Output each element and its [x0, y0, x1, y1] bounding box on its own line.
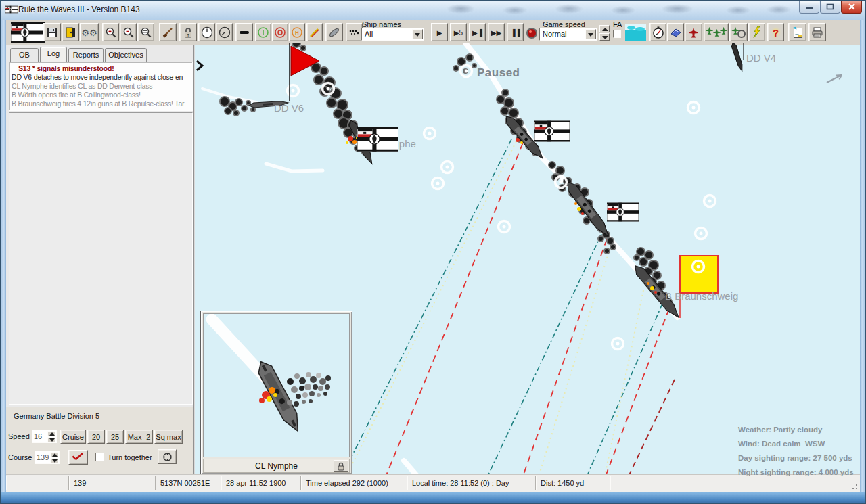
clock-toggle-button[interactable] [198, 23, 215, 41]
minimize-icon [805, 4, 813, 9]
save-icon [47, 27, 58, 38]
weather-view-icon[interactable] [625, 24, 646, 41]
division-control-panel: Germany Battle Division 5 Speed Cruise 2… [6, 407, 195, 474]
set-course-button[interactable] [68, 450, 88, 465]
game-speed-spinner[interactable] [599, 25, 610, 41]
fast-forward-button[interactable]: ▶▶ [488, 23, 505, 41]
wind-line: Wind: Dead calm WSW [738, 437, 854, 451]
tab-log[interactable]: Log [40, 47, 67, 62]
night-sighting-line: Night sighting range: 4 000 yds [738, 465, 854, 480]
german-ensign-flag [357, 127, 398, 152]
course-arrow-icon [72, 452, 85, 461]
tab-objectives[interactable]: Objectives [105, 48, 147, 62]
log-line: CL Nymphe identifies CL as DD Derwent-cl… [12, 82, 191, 91]
tab-ob[interactable]: OB [10, 48, 39, 62]
turn-together-checkbox[interactable] [95, 453, 104, 461]
play-step-button[interactable]: ▶▐ [469, 23, 486, 41]
zoom-in-button[interactable] [102, 23, 119, 41]
resize-grip[interactable] [850, 482, 858, 490]
log-line: B Wörth opens fire at B Collingwood-clas… [12, 91, 191, 99]
zoom-out-button[interactable] [120, 23, 137, 41]
window-border-right [860, 20, 865, 492]
dropdown-arrow-icon[interactable] [412, 29, 423, 39]
speed-input[interactable] [34, 432, 47, 441]
turn-together-label: Turn together [108, 453, 152, 461]
play-5-button[interactable]: ▶5 [450, 23, 467, 41]
status-position-cell: 5137N 00251E [155, 476, 221, 490]
enemy-aircraft-button[interactable] [685, 23, 702, 41]
torpedo-icon [328, 26, 340, 39]
gunnery-button[interactable] [159, 23, 177, 41]
status-distance-cell: Dist: 1450 yd [535, 476, 610, 490]
surface-toggle-button[interactable] [235, 23, 253, 41]
svg-text:T: T [187, 32, 189, 37]
status-amber-button[interactable]: H [289, 23, 305, 41]
dropdown-arrow-icon[interactable] [585, 29, 596, 39]
formation-button[interactable] [158, 449, 177, 464]
ledger-icon [792, 26, 803, 38]
help-button[interactable]: ? [767, 23, 784, 41]
lock-icon: T [183, 26, 193, 38]
maximize-button[interactable] [820, 1, 840, 14]
status-elapsed-cell: Time elapsed 292 (1000) [300, 476, 407, 490]
minimize-button[interactable] [799, 1, 819, 14]
fa-checkbox[interactable] [613, 30, 621, 38]
status-red-button[interactable] [272, 23, 288, 41]
print-button[interactable] [808, 23, 826, 41]
close-button[interactable] [841, 1, 862, 14]
log-line: DD V6 detaches to move independently aga… [12, 73, 191, 82]
speed-25-button[interactable]: 25 [106, 430, 124, 444]
ship-names-dropdown[interactable]: All [361, 28, 424, 41]
range-dots-button[interactable] [346, 23, 363, 41]
red-circle-icon [274, 26, 286, 39]
ship-viewer[interactable] [203, 313, 350, 457]
settings-button[interactable]: ⚙⚙ [80, 23, 99, 41]
app-window: Rule the Waves III - Version B143 ⚙⚙ [0, 0, 866, 504]
aircraft-search-button[interactable] [729, 23, 748, 41]
save-button[interactable] [43, 23, 61, 41]
weather-line: Weather: Partly cloudy [738, 423, 854, 437]
status-green-button[interactable] [255, 23, 271, 41]
cruise-speed-button[interactable]: Cruise [60, 430, 86, 444]
ship-viewer-graphics [204, 314, 349, 457]
panel-divider [193, 45, 195, 474]
status-date-cell: 28 apr 11:52 1900 [221, 476, 300, 490]
gunfire-toggle-button[interactable] [306, 23, 323, 41]
viewer-lock-button[interactable] [334, 460, 348, 472]
speed-max-minus-2-button[interactable]: Max -2 [125, 430, 153, 444]
gunfire-icon [309, 26, 321, 39]
aircraft-group-button[interactable] [704, 23, 729, 41]
course-input[interactable] [37, 453, 50, 462]
gun-icon [162, 27, 174, 38]
tab-reports[interactable]: Reports [68, 48, 104, 62]
zoom-out-icon [122, 26, 134, 38]
zoom-reset-button[interactable] [137, 23, 154, 41]
title-bar[interactable]: Rule the Waves III - Version B143 [1, 1, 865, 20]
aircraft-search-icon [731, 26, 746, 39]
status-course-cell: 139 [68, 476, 155, 490]
torpedo-toggle-button[interactable] [325, 23, 343, 41]
pause-button[interactable]: ▐▐ [507, 23, 524, 41]
lock-button[interactable]: T [179, 23, 197, 41]
course-stepper[interactable] [35, 451, 60, 464]
speed-stepper[interactable] [32, 430, 57, 443]
battle-log[interactable]: S13 * signals misunderstood! DD V6 detac… [9, 62, 193, 111]
side-panel: OB Log Reports Objectives S13 * signals … [6, 45, 195, 474]
lightning-button[interactable] [748, 23, 765, 41]
division-title: Germany Battle Division 5 [14, 412, 99, 420]
exit-button[interactable] [62, 23, 79, 41]
status-localtime-cell: Local time: 28 11:52 (0) : Day [407, 476, 535, 490]
game-speed-dropdown[interactable]: Normal [539, 28, 597, 41]
report-button[interactable] [788, 23, 806, 41]
speed-20-button[interactable]: 20 [87, 430, 105, 444]
squadron-max-speed-button[interactable]: Sq max [154, 430, 183, 444]
clock-icon [201, 26, 213, 39]
zoom-in-icon [105, 26, 116, 38]
stopwatch-button[interactable] [650, 23, 666, 41]
enemy-aircraft-icon [688, 26, 700, 38]
ship-names-value: All [365, 30, 373, 38]
manual-button[interactable] [667, 23, 684, 41]
day-sighting-line: Day sighting range: 27 500 yds [738, 451, 854, 465]
play-button[interactable]: ▶ [431, 23, 448, 41]
compass-toggle-button[interactable] [216, 23, 233, 41]
